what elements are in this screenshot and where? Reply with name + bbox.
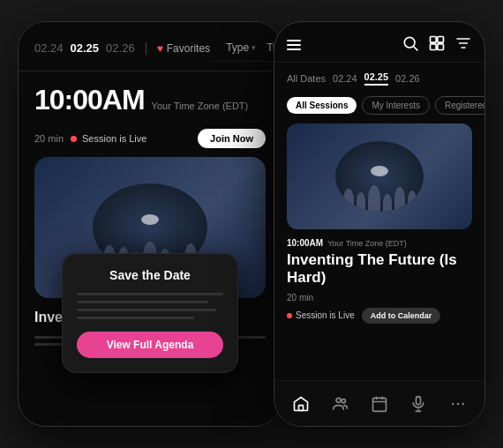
svg-line-1 (414, 47, 418, 51)
right-live-dot-icon (287, 313, 292, 318)
favorites-button[interactable]: ♥ Favorites (157, 42, 210, 55)
svg-rect-12 (372, 398, 386, 411)
right-time-display: 10:00AM Your Time Zone (EDT) (287, 238, 472, 248)
more-nav-icon[interactable] (449, 395, 467, 413)
left-header: 02.24 02.25 02.26 ♥ Favorites Type ▾ Tra… (19, 22, 282, 71)
hamburger-line-1 (287, 40, 301, 41)
my-interests-pill[interactable]: My Interests (362, 96, 429, 115)
right-audience (335, 162, 424, 212)
live-status: Session is Live (71, 133, 146, 144)
svg-rect-9 (299, 405, 304, 410)
svg-rect-3 (438, 37, 444, 43)
svg-rect-2 (431, 37, 437, 43)
hamburger-line-3 (287, 49, 301, 50)
right-live-status: Session is Live (287, 310, 355, 320)
svg-point-11 (342, 399, 345, 402)
hamburger-line-2 (287, 44, 301, 46)
filter-icon[interactable] (454, 34, 472, 55)
save-date-modal: Save the Date View Full Agenda (62, 253, 238, 373)
right-session-title: Inventing The Future (Is Hard) (287, 251, 472, 287)
svg-point-0 (404, 37, 415, 48)
layout-icon[interactable] (428, 34, 446, 55)
svg-rect-4 (431, 44, 437, 50)
right-session-image (287, 123, 472, 229)
save-date-line-2 (77, 301, 208, 303)
right-time: 10:00AM (287, 238, 323, 248)
current-time: 10:00AM (34, 84, 145, 116)
registered-pill[interactable]: Registered (435, 96, 485, 115)
date-0226-tab[interactable]: 02.26 (395, 73, 420, 84)
save-date-title: Save the Date (77, 268, 223, 282)
type-label: Type (226, 41, 249, 54)
right-timezone: Your Time Zone (EDT) (327, 239, 407, 248)
type-filter[interactable]: Type ▾ (226, 41, 256, 54)
live-dot-icon (71, 136, 77, 142)
save-date-line-3 (77, 309, 216, 311)
svg-point-20 (457, 402, 460, 405)
right-session-status: Session is Live Add to Calendar (287, 308, 472, 324)
join-now-button[interactable]: Join Now (198, 129, 266, 148)
svg-point-21 (462, 402, 464, 405)
add-calendar-button[interactable]: Add to Calendar (362, 308, 441, 324)
right-device: All Dates 02.24 02.25 02.26 All Sessions… (274, 21, 485, 427)
right-header-icons (402, 34, 472, 55)
save-date-lines (77, 293, 223, 319)
search-icon[interactable] (402, 34, 419, 55)
save-date-line-4 (77, 317, 194, 319)
r-person-2 (357, 192, 365, 212)
all-dates-tab[interactable]: All Dates (287, 73, 326, 84)
bottom-navigation (274, 380, 484, 426)
heart-icon: ♥ (157, 42, 163, 55)
r-person-3 (368, 185, 380, 212)
mic-nav-icon[interactable] (409, 395, 427, 413)
date-divider (146, 42, 146, 55)
r-person-4 (383, 194, 392, 212)
date-0224-tab[interactable]: 02.24 (333, 73, 357, 84)
right-image-inner (335, 141, 424, 212)
filter-navigation: Type ▾ Tracks ▾ Topic ▾ (210, 34, 282, 62)
type-chevron-icon: ▾ (252, 43, 256, 52)
svg-rect-5 (438, 44, 444, 50)
date-0225-tab-active[interactable]: 02.25 (364, 71, 389, 86)
filter-pills: All Sessions My Interests Registered (274, 91, 484, 123)
date-0225-active[interactable]: 02.25 (71, 41, 100, 55)
save-date-line-1 (77, 293, 223, 295)
duration-label: 20 min (34, 133, 64, 144)
view-agenda-button[interactable]: View Full Agenda (77, 332, 223, 358)
right-main-content: 10:00AM Your Time Zone (EDT) Inventing T… (274, 238, 484, 324)
live-label: Session is Live (82, 133, 146, 144)
r-person-1 (343, 189, 354, 212)
date-0224[interactable]: 02.24 (34, 41, 64, 55)
people-nav-icon[interactable] (332, 395, 349, 413)
svg-rect-16 (417, 396, 421, 404)
hamburger-icon[interactable] (287, 40, 301, 50)
right-header (274, 22, 484, 63)
home-nav-icon[interactable] (292, 395, 310, 413)
r-person-6 (408, 190, 417, 212)
favorites-label: Favorites (167, 42, 210, 55)
left-device: 02.24 02.25 02.26 ♥ Favorites Type ▾ Tra… (18, 21, 282, 427)
calendar-nav-icon[interactable] (371, 395, 388, 413)
right-live-label: Session is Live (296, 310, 355, 320)
r-person-5 (394, 187, 405, 212)
date-navigation: 02.24 02.25 02.26 ♥ Favorites (34, 41, 210, 55)
date-0226[interactable]: 02.26 (106, 41, 135, 55)
timezone-label: Your Time Zone (EDT) (152, 101, 249, 111)
svg-point-10 (336, 398, 341, 402)
date-tabs: All Dates 02.24 02.25 02.26 (274, 63, 484, 91)
time-display: 10:00AM Your Time Zone (EDT) (34, 84, 266, 116)
all-sessions-pill[interactable]: All Sessions (287, 97, 357, 114)
svg-point-19 (452, 402, 454, 405)
right-duration: 20 min (287, 293, 472, 302)
session-badge: 20 min Session is Live Join Now (34, 129, 266, 148)
